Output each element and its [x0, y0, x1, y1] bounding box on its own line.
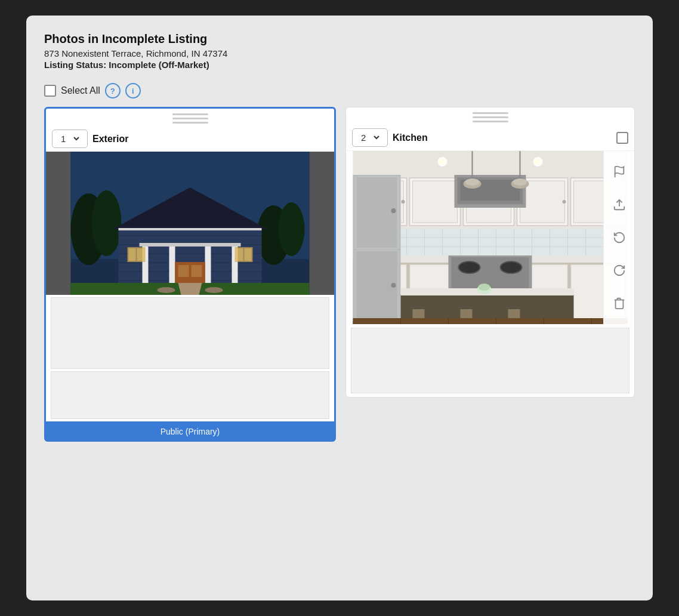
right-placeholder	[351, 328, 629, 393]
flag-button[interactable]	[608, 161, 631, 183]
header-section: Photos in Incomplete Listing 873 Nonexis…	[44, 32, 635, 70]
delete-button[interactable]	[608, 292, 631, 315]
svg-point-35	[205, 287, 223, 293]
info-icon[interactable]: i	[125, 83, 141, 98]
select-all-row: Select All ? i	[44, 83, 635, 98]
svg-rect-7	[119, 235, 262, 236]
svg-rect-87	[357, 177, 397, 248]
photo-card-exterior: 1 2 3 Exterior	[44, 107, 336, 442]
card-controls-exterior: 1 2 3 Exterior	[46, 126, 334, 152]
svg-rect-25	[192, 265, 202, 277]
listing-status-label: Listing Status:	[44, 60, 106, 70]
svg-rect-21	[140, 243, 241, 247]
room-label-exterior: Exterior	[92, 134, 328, 144]
svg-rect-27	[129, 248, 136, 261]
cards-area: 1 2 3 Exterior	[44, 107, 635, 442]
svg-point-100	[513, 178, 527, 186]
photo-image-kitchen	[346, 151, 634, 324]
order-dropdown-exterior[interactable]: 1 2 3	[52, 130, 88, 148]
photo-placeholder-2	[51, 371, 329, 419]
svg-rect-16	[119, 228, 262, 230]
svg-rect-28	[137, 248, 144, 261]
help-icon[interactable]: ?	[105, 83, 121, 98]
svg-rect-112	[353, 318, 628, 324]
photo-placeholder-1	[51, 297, 329, 369]
order-select-exterior[interactable]: 1 2 3	[58, 133, 81, 144]
svg-marker-33	[178, 283, 202, 295]
svg-point-53	[402, 200, 405, 204]
svg-point-34	[158, 287, 175, 293]
svg-point-5	[279, 202, 305, 256]
svg-rect-30	[236, 248, 243, 261]
svg-point-39	[440, 159, 446, 165]
svg-point-111	[479, 284, 490, 291]
svg-point-94	[501, 261, 522, 273]
order-select-kitchen[interactable]: 1 2 3	[359, 132, 381, 143]
rotate-right-button[interactable]	[608, 259, 631, 282]
svg-point-56	[563, 200, 566, 204]
svg-rect-88	[357, 251, 397, 322]
svg-point-3	[92, 190, 122, 256]
photo-card-kitchen: 1 2 3 Kitchen	[345, 107, 635, 398]
rotate-left-button[interactable]	[608, 226, 631, 249]
select-all-checkbox[interactable]	[44, 85, 56, 97]
photo-image-exterior	[46, 152, 334, 295]
select-all-label: Select All	[61, 85, 100, 96]
svg-point-41	[535, 159, 541, 165]
listing-status-value: Incomplete (Off-Market)	[109, 60, 209, 70]
svg-point-97	[465, 178, 480, 186]
listing-status: Listing Status: Incomplete (Off-Market)	[44, 60, 635, 70]
listing-address: 873 Nonexistent Terrace, Richmond, IN 47…	[44, 48, 635, 58]
svg-point-89	[391, 208, 396, 213]
card-footer-exterior: Public (Primary)	[46, 421, 334, 442]
upload-button[interactable]	[608, 193, 631, 216]
svg-rect-46	[413, 181, 458, 223]
svg-rect-37	[353, 151, 628, 175]
kitchen-checkbox[interactable]	[616, 132, 628, 144]
page-title: Photos in Incomplete Listing	[44, 32, 635, 46]
order-dropdown-kitchen[interactable]: 1 2 3	[352, 128, 388, 147]
svg-rect-24	[178, 265, 189, 277]
photo-actions	[603, 151, 634, 324]
svg-point-90	[391, 283, 396, 288]
svg-rect-31	[245, 248, 252, 261]
card-controls-kitchen: 1 2 3 Kitchen	[346, 125, 634, 151]
room-label-kitchen: Kitchen	[393, 133, 612, 143]
drag-handle-kitchen[interactable]	[346, 107, 634, 125]
drag-handle-exterior[interactable]	[46, 109, 334, 126]
svg-rect-50	[520, 181, 565, 223]
main-container: Photos in Incomplete Listing 873 Nonexis…	[26, 16, 653, 600]
svg-point-93	[459, 261, 480, 273]
